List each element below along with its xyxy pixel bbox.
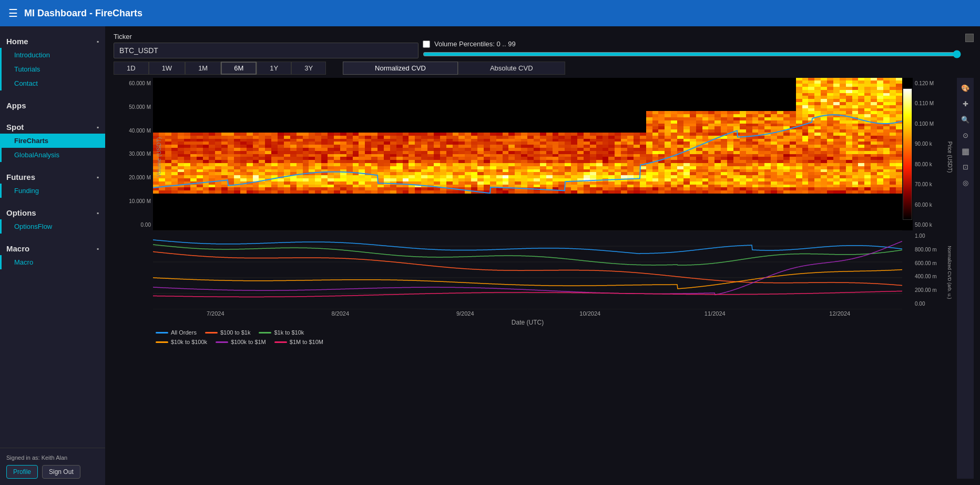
- time-btn-1w[interactable]: 1W: [149, 62, 186, 75]
- sidebar-section-macro: Macro ▪: [0, 240, 105, 255]
- legend-100-1k: $100 to $1k: [205, 329, 251, 336]
- legend-label-10k-100k: $10k to $100k: [171, 339, 207, 345]
- sidebar-item-firecharts[interactable]: FireCharts: [0, 134, 105, 148]
- sidebar-section-spot: Spot ▪: [0, 118, 105, 134]
- price-y-label: Price (USDT): [947, 142, 953, 173]
- sidebar-item-tutorials[interactable]: Tutorials: [0, 62, 105, 76]
- color-icon[interactable]: 🎨: [959, 82, 971, 94]
- time-btn-3y[interactable]: 3Y: [291, 62, 326, 75]
- content-area: Ticker Volume Percentiles: 0 .. 99 1D 1W…: [105, 26, 980, 485]
- time-btn-6m[interactable]: 6M: [221, 62, 257, 75]
- time-btn-1m[interactable]: 1M: [185, 62, 221, 75]
- sidebar-section-apps: Apps: [0, 97, 105, 112]
- time-range-row: 1D 1W 1M 6M 1Y 3Y Normalized CVD Absolut…: [114, 62, 974, 75]
- chart-main-block: 60.000 M 50.000 M 40.000 M 30.000 M 20.0…: [114, 78, 957, 479]
- spot-collapse-icon[interactable]: ▪: [97, 124, 99, 131]
- sidebar-bottom: Signed in as: Keith Alan Profile Sign Ou…: [0, 448, 105, 485]
- y-axis-cvd-spacer: [114, 230, 153, 309]
- legend-10k-100k: $10k to $100k: [156, 339, 207, 345]
- zoom-in-icon[interactable]: ✚: [959, 98, 971, 109]
- chart-top: 60.000 M 50.000 M 40.000 M 30.000 M 20.0…: [114, 78, 957, 230]
- app-title: MI Dashboard - FireCharts: [24, 8, 142, 19]
- x-axis-dates: 7/2024 8/2024 9/2024 10/2024 11/2024 12/…: [114, 309, 957, 318]
- circle-icon[interactable]: ◎: [959, 177, 971, 188]
- legend-line-purple: [216, 341, 228, 343]
- legend-line-blue: [156, 332, 168, 334]
- macro-collapse-icon[interactable]: ▪: [97, 245, 99, 252]
- volume-slider[interactable]: [423, 50, 961, 58]
- price-label-wrapper: Price (USDT): [950, 78, 957, 230]
- volume-percentiles-label: Volume Percentiles: 0 .. 99: [434, 40, 516, 48]
- ticker-input[interactable]: [114, 43, 418, 58]
- y-axis-price: 0.120 M 0.110 M 0.100 M 90.00 k 80.00 k …: [913, 78, 950, 230]
- legend-1k-10k: $1k to $10k: [259, 329, 304, 336]
- sidebar-section-home: Home ▪: [0, 33, 105, 48]
- colorbar-spacer: [902, 230, 913, 309]
- legend-label-100k-1m: $100k to $1M: [231, 339, 266, 345]
- volume-percentiles-row: Volume Percentiles: 0 .. 99: [423, 40, 961, 58]
- time-btn-1y[interactable]: 1Y: [257, 62, 291, 75]
- legend-100k-1m: $100k to $1M: [216, 339, 266, 345]
- legend-line-amber: [156, 341, 168, 343]
- legend-line-pink: [274, 341, 287, 343]
- legend-label-all-orders: All Orders: [171, 329, 197, 336]
- sidebar: Home ▪ Introduction Tutorials Contact Ap…: [0, 26, 105, 485]
- cvd-btn-absolute[interactable]: Absolute CVD: [458, 62, 565, 75]
- sidebar-item-introduction[interactable]: Introduction: [0, 48, 105, 62]
- cvd-chart-area[interactable]: [153, 230, 902, 309]
- legend-label-1k-10k: $1k to $10k: [274, 329, 304, 336]
- cvd-btn-normalized[interactable]: Normalized CVD: [343, 62, 458, 75]
- legend-1m-10m: $1M to $10M: [274, 339, 323, 345]
- signed-in-label: Signed in as: Keith Alan: [6, 454, 99, 461]
- legend-line-green: [259, 332, 271, 334]
- legend-row-1: All Orders $100 to $1k $1k to $10k: [114, 327, 957, 337]
- chart-bottom: 1.00 800.00 m 600.00 m 400.00 m 200.00 m…: [114, 230, 957, 309]
- options-collapse-icon[interactable]: ▪: [97, 209, 99, 217]
- grid-icon[interactable]: ▦: [959, 145, 971, 157]
- legend-line-orange: [205, 332, 218, 334]
- target-icon[interactable]: ⊙: [959, 129, 971, 141]
- ticker-label: Ticker: [114, 33, 416, 41]
- sidebar-item-globalanalysis[interactable]: GlobalAnalysis: [0, 148, 105, 162]
- signout-button[interactable]: Sign Out: [42, 465, 80, 479]
- hamburger-icon[interactable]: ☰: [8, 7, 18, 19]
- time-btn-1d[interactable]: 1D: [114, 62, 149, 75]
- volume-percentiles-checkbox[interactable]: [423, 41, 430, 48]
- main-layout: Home ▪ Introduction Tutorials Contact Ap…: [0, 26, 980, 485]
- cvd-y-label: Normalized CVD (arb. u.): [947, 246, 952, 299]
- sidebar-item-contact[interactable]: Contact: [0, 76, 105, 90]
- x-axis-label: Date (UTC): [114, 318, 957, 327]
- sidebar-section-futures: Futures ▪: [0, 168, 105, 184]
- full-chart-area: 60.000 M 50.000 M 40.000 M 30.000 M 20.0…: [114, 78, 974, 479]
- legend-all-orders: All Orders: [156, 329, 197, 336]
- box-icon[interactable]: ⊡: [959, 161, 971, 173]
- legend-row-2: $10k to $100k $100k to $1M $1M to $10M: [114, 337, 957, 346]
- colorbar: [902, 78, 913, 230]
- heatmap-area[interactable]: Volume (USDT): [153, 78, 902, 230]
- sidebar-item-macro[interactable]: Macro: [0, 255, 105, 269]
- y-axis-cvd: 1.00 800.00 m 600.00 m 400.00 m 200.00 m…: [913, 230, 950, 309]
- y-axis-volume: 60.000 M 50.000 M 40.000 M 30.000 M 20.0…: [114, 78, 153, 230]
- header: ☰ MI Dashboard - FireCharts: [0, 0, 980, 26]
- home-collapse-icon[interactable]: ▪: [97, 38, 99, 45]
- futures-collapse-icon[interactable]: ▪: [97, 174, 99, 181]
- legend-label-100-1k: $100 to $1k: [220, 329, 251, 336]
- corner-toggle[interactable]: [965, 34, 974, 42]
- charts-row: 60.000 M 50.000 M 40.000 M 30.000 M 20.0…: [114, 78, 974, 479]
- sidebar-item-funding[interactable]: Funding: [0, 184, 105, 198]
- volume-y-label: Volume (USDT): [156, 137, 162, 177]
- sidebar-section-options: Options ▪: [0, 204, 105, 219]
- cvd-label-wrapper: Normalized CVD (arb. u.): [950, 230, 957, 309]
- ticker-row: Ticker Volume Percentiles: 0 .. 99: [114, 33, 974, 58]
- legend-label-1m-10m: $1M to $10M: [290, 339, 323, 345]
- profile-button[interactable]: Profile: [6, 465, 38, 479]
- search-icon[interactable]: 🔍: [959, 114, 971, 125]
- sidebar-item-optionsflow[interactable]: OptionsFlow: [0, 219, 105, 234]
- right-toolbar: 🎨 ✚ 🔍 ⊙ ▦ ⊡ ◎: [957, 78, 974, 479]
